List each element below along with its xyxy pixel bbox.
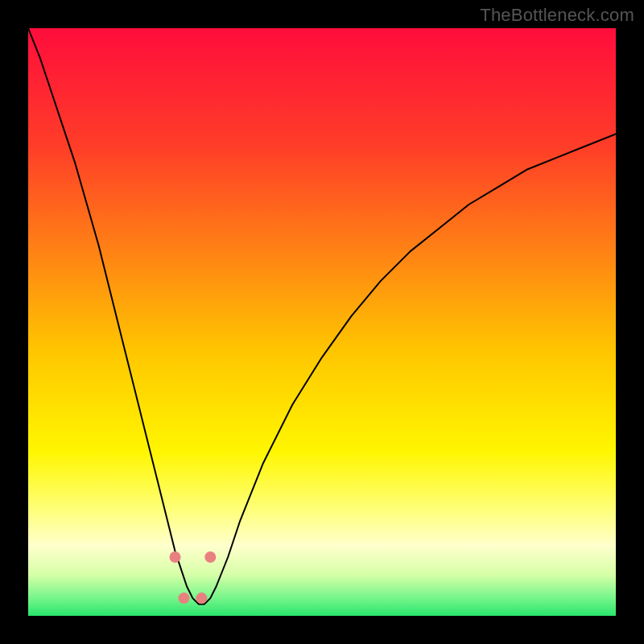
marker-valley-left (170, 551, 181, 563)
marker-valley-right (204, 551, 216, 563)
plot-area (28, 28, 616, 616)
chart-svg (28, 28, 616, 616)
marker-valley-bottom-left (178, 592, 189, 604)
svg-rect-0 (28, 28, 616, 616)
marker-valley-bottom-right (196, 592, 207, 604)
chart-frame: TheBottleneck.com (0, 0, 644, 644)
watermark-text: TheBottleneck.com (480, 5, 634, 26)
